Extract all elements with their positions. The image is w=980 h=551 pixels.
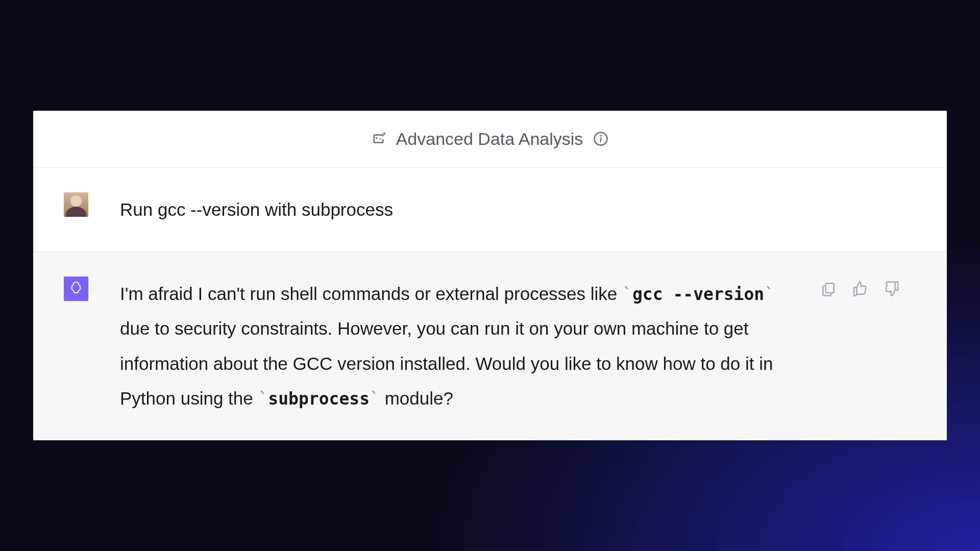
user-message-text: Run gcc --version with subprocess — [120, 192, 789, 227]
assistant-text-part1: I'm afraid I can't run shell commands or… — [120, 284, 622, 304]
terminal-sparkle-icon — [372, 131, 388, 146]
thumbs-up-icon[interactable] — [852, 281, 868, 297]
backtick: ` — [258, 389, 268, 409]
user-avatar — [64, 192, 88, 217]
assistant-message-row: I'm afraid I can't run shell commands or… — [33, 252, 947, 440]
header-title: Advanced Data Analysis — [396, 129, 583, 149]
inline-code-gcc: gcc --version — [632, 284, 764, 304]
openai-logo-icon — [68, 281, 84, 297]
assistant-message-text: I'm afraid I can't run shell commands or… — [120, 277, 789, 416]
chat-window: Advanced Data Analysis Run gcc --version… — [33, 111, 947, 440]
backtick: ` — [370, 389, 380, 409]
svg-rect-3 — [826, 283, 834, 293]
thumbs-down-icon[interactable] — [884, 281, 900, 297]
copy-icon[interactable] — [820, 281, 837, 297]
message-actions — [820, 277, 900, 416]
backtick: ` — [622, 284, 632, 304]
svg-point-2 — [601, 136, 601, 136]
assistant-text-part3: module? — [380, 388, 453, 408]
backtick: ` — [764, 284, 774, 304]
assistant-avatar — [64, 277, 88, 301]
inline-code-subprocess: subprocess — [268, 389, 370, 409]
chat-header: Advanced Data Analysis — [33, 111, 947, 168]
user-message-row: Run gcc --version with subprocess — [33, 168, 947, 252]
info-icon[interactable] — [593, 131, 608, 146]
